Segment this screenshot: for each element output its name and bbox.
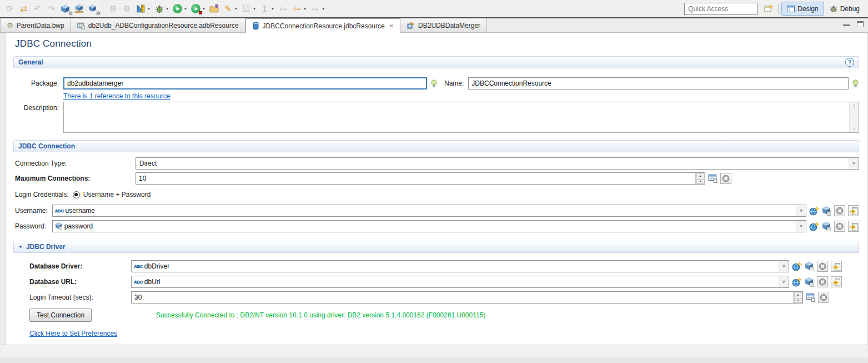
close-icon[interactable]: ✕ — [389, 23, 394, 29]
tab-db2udbdatamerger[interactable]: DB2UDBDataMerger — [400, 18, 487, 32]
refresh-icon[interactable]: ⟳ — [3, 2, 16, 15]
validate-checklist-icon[interactable]: ☑ — [240, 2, 253, 15]
goto-property-icon[interactable] — [848, 221, 859, 232]
minimize-icon[interactable] — [843, 21, 850, 26]
module-property-cube-icon[interactable] — [822, 222, 831, 231]
scroll-up-icon[interactable]: ∧ — [852, 103, 856, 108]
external-tools-gear-icon[interactable]: ⚙ — [121, 2, 133, 15]
module-property-table-icon[interactable] — [708, 174, 718, 183]
help-icon[interactable]: ? — [845, 58, 854, 67]
database-url-label: Database URL: — [13, 278, 131, 286]
module-property-cube-icon[interactable] — [805, 262, 814, 271]
debug-bug-icon[interactable] — [153, 2, 165, 15]
test-connection-button[interactable]: Test Connection — [29, 309, 92, 322]
reset-icon[interactable] — [817, 261, 828, 272]
new-process-property-icon[interactable] — [792, 277, 802, 287]
undo-icon[interactable]: ↶ — [31, 2, 44, 15]
username-value: username — [66, 207, 796, 215]
new-process-property-icon[interactable] — [792, 262, 802, 271]
chevron-down-icon[interactable]: ˅ — [779, 261, 789, 272]
back-disabled-icon: ⇦ — [277, 2, 289, 15]
login-timeout-value: 30 — [132, 294, 793, 301]
chevron-down-icon[interactable]: ˅ — [796, 221, 806, 232]
jdbc-driver-section-header[interactable]: ▼ JDBC Driver — [13, 241, 859, 253]
name-input[interactable] — [468, 77, 849, 89]
module-property-cube-icon[interactable] — [822, 206, 831, 216]
reset-icon[interactable] — [834, 205, 845, 216]
dropdown-icon[interactable]: ▾ — [272, 6, 274, 11]
chevron-down-icon[interactable]: ˅ — [849, 158, 859, 169]
back-icon[interactable]: ⇦ — [290, 2, 303, 15]
run-secure-icon[interactable]: ▶ — [189, 2, 202, 15]
goto-property-icon[interactable] — [848, 205, 859, 216]
debug-perspective-button[interactable]: Debug — [824, 2, 865, 16]
reset-icon[interactable] — [818, 292, 829, 303]
database-driver-combo[interactable]: ABC dbDriver ˅ — [131, 260, 789, 272]
dropdown-icon[interactable]: ▾ — [148, 6, 150, 11]
spin-up-icon[interactable]: ▴ — [794, 292, 802, 297]
map-transform-icon[interactable]: ⇄ — [17, 2, 30, 15]
username-combo[interactable]: ABC username ˅ — [52, 205, 806, 217]
module-property-table-icon[interactable] — [806, 293, 815, 302]
tab-parentdata[interactable]: ⚙ ParentData.bwp — [0, 18, 71, 32]
password-combo[interactable]: password ˅ — [52, 220, 806, 232]
run-config-gear-icon[interactable]: ⚙ — [107, 2, 119, 15]
redo-icon[interactable]: ↷ — [45, 2, 58, 15]
tab-jdbc-connection-resource[interactable]: JDBCConnectionResource.jdbcResource ✕ — [245, 18, 401, 33]
max-connections-spinner[interactable]: 10 ▴ ▾ — [136, 172, 705, 185]
reset-icon[interactable] — [817, 276, 828, 287]
bottom-trim-area — [1, 345, 867, 359]
reset-icon[interactable] — [834, 221, 845, 232]
connection-type-select[interactable]: Direct ˅ — [136, 157, 859, 170]
package-input[interactable] — [63, 77, 427, 89]
dropdown-icon[interactable]: ▾ — [235, 6, 237, 11]
database-url-combo[interactable]: ABC dbUrl ˅ — [131, 276, 789, 288]
forward-icon[interactable]: ⇨ — [309, 2, 322, 15]
open-resource-folder-icon[interactable] — [208, 2, 220, 15]
dropdown-icon[interactable]: ▾ — [184, 6, 187, 11]
spinner-buttons[interactable]: ▴ ▾ — [695, 173, 705, 184]
design-perspective-button[interactable]: Design — [781, 2, 824, 16]
reference-link[interactable]: There is 1 reference to this resource — [63, 92, 170, 100]
description-textarea[interactable] — [64, 102, 849, 132]
spin-up-icon[interactable]: ▴ — [696, 173, 705, 178]
spin-down-icon[interactable]: ▾ — [794, 298, 802, 303]
goto-property-icon[interactable] — [831, 276, 842, 287]
dropdown-icon[interactable]: ▾ — [304, 6, 306, 11]
dropdown-icon[interactable]: ▾ — [253, 6, 255, 11]
scrollbar[interactable]: ∧ ∨ — [849, 102, 859, 132]
new-process-property-icon[interactable] — [809, 222, 819, 231]
dropdown-icon[interactable]: ▾ — [203, 6, 205, 11]
spinner-buttons[interactable]: ▴ ▾ — [793, 292, 802, 303]
login-timeout-spinner[interactable]: 30 ▴ ▾ — [131, 291, 803, 304]
reset-icon[interactable] — [720, 173, 731, 184]
max-connections-label: Maximum Connections: — [13, 175, 136, 182]
maximize-icon[interactable] — [857, 21, 864, 27]
design-ruler-icon[interactable] — [134, 2, 147, 15]
username-password-radio[interactable] — [73, 191, 80, 198]
deploy-module-icon[interactable] — [73, 2, 86, 15]
dropdown-icon[interactable]: ▾ — [322, 6, 324, 11]
build-application-icon[interactable]: ⚙ — [59, 2, 72, 15]
module-property-cube-icon[interactable] — [805, 277, 814, 287]
connection-success-message: Successfully Connected to : DB2/NT versi… — [156, 311, 485, 319]
run-icon[interactable]: ▶ — [171, 2, 184, 15]
chevron-down-icon[interactable]: ˅ — [779, 276, 789, 287]
quick-access-input[interactable] — [684, 3, 757, 15]
tab-label: JDBCConnectionResource.jdbcResource — [263, 22, 385, 30]
tab-adb-configuration-resource[interactable]: db2Udb_ADBConfigurationResource.adbResou… — [71, 18, 245, 32]
configure-module-icon[interactable]: ⚙ — [87, 2, 99, 15]
set-preferences-link[interactable]: Click Here to Set Preferences — [29, 330, 117, 337]
new-process-property-icon[interactable] — [809, 206, 819, 216]
jdbc-driver-section-title: JDBC Driver — [26, 243, 66, 251]
lock-badge-icon — [199, 11, 202, 14]
twisty-expanded-icon[interactable]: ▼ — [18, 245, 23, 250]
scroll-down-icon[interactable]: ∨ — [852, 126, 856, 132]
format-brush-icon[interactable]: ✎ — [222, 2, 234, 15]
dropdown-icon[interactable]: ▾ — [166, 6, 168, 11]
spin-down-icon[interactable]: ▾ — [696, 179, 705, 184]
goto-property-icon[interactable] — [831, 261, 842, 272]
upload-icon[interactable]: ↥ — [258, 2, 271, 15]
chevron-down-icon[interactable]: ˅ — [796, 205, 806, 216]
open-perspective-icon[interactable] — [762, 2, 775, 15]
